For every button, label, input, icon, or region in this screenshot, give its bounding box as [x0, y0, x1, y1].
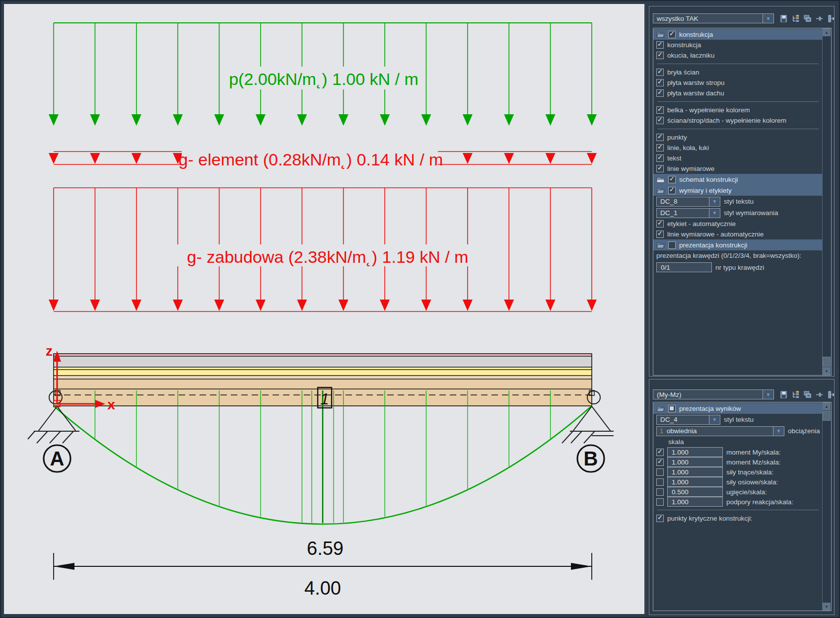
- list-row-label[interactable]: skala: [653, 437, 823, 447]
- list-row-check[interactable]: punkty: [653, 132, 823, 143]
- list-row-check[interactable]: etykiet - automatycznie: [653, 219, 823, 229]
- list-row-check[interactable]: okucia, łaczniku: [653, 50, 823, 61]
- scroll-up-button[interactable]: [823, 28, 831, 36]
- value-input[interactable]: 1.000: [667, 467, 723, 477]
- value-input[interactable]: 0/1: [656, 262, 712, 272]
- checkbox[interactable]: [656, 220, 664, 228]
- value-input[interactable]: 0.500: [667, 487, 723, 497]
- list-row-group[interactable]: prezentacja konstrukcji: [653, 239, 823, 250]
- checkbox[interactable]: [656, 79, 664, 86]
- layer-filter-select[interactable]: wszystko TAK: [653, 13, 774, 23]
- chevron-down-icon[interactable]: [763, 14, 773, 23]
- chevron-down-icon[interactable]: [709, 209, 720, 218]
- combo-select[interactable]: DC_8: [656, 197, 720, 207]
- pin-icon[interactable]: [815, 390, 824, 399]
- list-row-scale[interactable]: 1.000siły tnące/skala:: [653, 467, 823, 477]
- scrollbar-thumb[interactable]: [823, 411, 831, 421]
- list-row-combo[interactable]: DC_4styl tekstu: [653, 414, 823, 425]
- list-row-check[interactable]: tekst: [653, 153, 823, 163]
- layers-list[interactable]: konstrukcjakonstrukcjaokucia, łacznikubr…: [653, 28, 832, 376]
- row-label: konstrukcja: [679, 31, 713, 38]
- list-row-check[interactable]: konstrukcja: [653, 40, 823, 50]
- combo-select[interactable]: DC_4: [656, 415, 720, 425]
- row-label: punkty: [667, 134, 687, 141]
- list-row-scale[interactable]: 1.000moment Mz/skala:: [653, 457, 823, 467]
- scroll-down-button[interactable]: [823, 367, 831, 375]
- checkbox[interactable]: [656, 165, 664, 172]
- list-row-scale[interactable]: 0.500ugięcie/skala:: [653, 487, 823, 497]
- chevron-down-icon[interactable]: [773, 427, 784, 436]
- value-input[interactable]: 1.000: [667, 477, 723, 487]
- checkbox[interactable]: [668, 241, 676, 249]
- results-list[interactable]: prezentacja wynikówDC_4styl tekstu1obwie…: [653, 402, 832, 611]
- tree-icon[interactable]: [791, 14, 800, 23]
- checkbox[interactable]: [656, 515, 664, 522]
- scroll-up-button[interactable]: [823, 402, 831, 410]
- checkbox[interactable]: [656, 468, 664, 476]
- list-row-group[interactable]: schemat konstrukcji: [653, 174, 823, 185]
- list-row-scale[interactable]: 1.000podpory reakcja/skala:: [653, 497, 823, 507]
- checkbox[interactable]: [668, 405, 676, 412]
- chevron-down-icon[interactable]: [709, 415, 720, 424]
- checkbox[interactable]: [656, 106, 664, 114]
- checkbox[interactable]: [656, 41, 664, 49]
- list-row-scale[interactable]: 1.000siły osiowe/skala:: [653, 477, 823, 487]
- list-row-combo[interactable]: 1obwiedniaobciążenia: [653, 425, 823, 437]
- list-row-check[interactable]: linie, koła, łuki: [653, 143, 823, 153]
- checkbox[interactable]: [656, 449, 664, 456]
- list-row-check[interactable]: płyta warstw stropu: [653, 77, 823, 88]
- checkbox[interactable]: [656, 478, 664, 486]
- list-row-input[interactable]: 0/1nr typu krawędzi: [653, 261, 823, 274]
- checkbox[interactable]: [656, 488, 664, 496]
- list-row-combo[interactable]: DC_1styl wymiarowania: [653, 207, 823, 219]
- checkbox[interactable]: [668, 187, 676, 194]
- list-row-check[interactable]: ściana/strop/dach - wypełnienie kolorem: [653, 115, 823, 126]
- pin-icon[interactable]: [815, 14, 824, 23]
- combo-select[interactable]: DC_1: [656, 208, 720, 218]
- results-filter-select[interactable]: (My-Mz): [653, 389, 774, 399]
- checkbox[interactable]: [668, 176, 676, 183]
- checkbox[interactable]: [656, 154, 664, 162]
- list-row-group[interactable]: prezentacja wyników: [653, 403, 823, 414]
- checkbox[interactable]: [656, 52, 664, 59]
- checkbox[interactable]: [656, 117, 664, 124]
- copy-icon[interactable]: [803, 390, 812, 399]
- checkbox[interactable]: [656, 89, 664, 97]
- list-row-combo[interactable]: DC_8styl tekstu: [653, 196, 823, 207]
- dock-icon[interactable]: [827, 390, 836, 399]
- checkbox[interactable]: [656, 498, 664, 506]
- value-input[interactable]: 1.000: [667, 457, 723, 467]
- scrollbar[interactable]: [822, 402, 831, 611]
- scroll-down-button[interactable]: [823, 603, 831, 611]
- combo-select[interactable]: 1obwiednia: [656, 426, 784, 436]
- tree-icon[interactable]: [791, 390, 800, 399]
- checkbox[interactable]: [656, 69, 664, 76]
- value-input[interactable]: 1.000: [667, 447, 723, 457]
- checkbox[interactable]: [668, 31, 676, 38]
- load-ge-arrowhead: [49, 153, 59, 164]
- list-row-scale[interactable]: 1.000moment My/skala:: [653, 447, 823, 457]
- list-row-check[interactable]: bryła ścian: [653, 67, 823, 77]
- scrollbar-thumb[interactable]: [823, 357, 831, 367]
- list-row-check[interactable]: linie wymiarowe: [653, 163, 823, 174]
- list-row-check[interactable]: punkty krytyczne konstrukcji:: [653, 513, 823, 524]
- save-icon[interactable]: [779, 14, 788, 23]
- checkbox[interactable]: [656, 134, 664, 141]
- checkbox[interactable]: [656, 231, 664, 238]
- list-row-text[interactable]: prezentacja krawędzi (0/1/2/3/4, brak=ws…: [653, 250, 823, 261]
- scrollbar[interactable]: [822, 28, 831, 375]
- list-row-check[interactable]: belka - wypełnienie kolorem: [653, 105, 823, 115]
- save-icon[interactable]: [779, 390, 788, 399]
- list-row-group[interactable]: wymiary i etykiety: [653, 185, 823, 196]
- copy-icon[interactable]: [803, 14, 812, 23]
- drawing-viewport[interactable]: p(2.00kN/m˛) 1.00 kN / m g- element (0.2…: [4, 4, 644, 614]
- value-input[interactable]: 1.000: [667, 497, 723, 507]
- list-row-check[interactable]: linie wymiarowe - automatycznie: [653, 229, 823, 239]
- checkbox[interactable]: [656, 459, 664, 466]
- list-row-group[interactable]: konstrukcja: [653, 29, 823, 40]
- checkbox[interactable]: [656, 144, 664, 152]
- chevron-down-icon[interactable]: [709, 197, 720, 206]
- dock-icon[interactable]: [827, 14, 836, 23]
- list-row-check[interactable]: płyta warstw dachu: [653, 88, 823, 98]
- chevron-down-icon[interactable]: [763, 390, 773, 399]
